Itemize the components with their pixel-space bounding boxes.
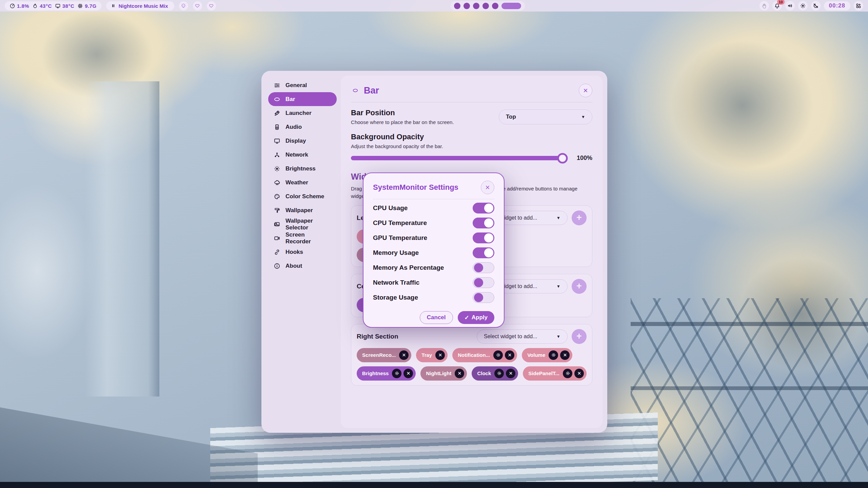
apply-button[interactable]: ✓ Apply — [458, 311, 494, 324]
widget-remove-button[interactable] — [399, 350, 409, 360]
skull-button[interactable] — [179, 1, 188, 11]
opacity-slider[interactable] — [351, 156, 567, 160]
sidebar-item-about[interactable]: About — [268, 259, 337, 273]
sidebar-item-screen-recorder[interactable]: Screen Recorder — [268, 231, 337, 245]
section-header: Right SectionSelect widget to add...▼+ — [357, 329, 587, 344]
heart-button[interactable] — [193, 1, 202, 11]
systemmonitor-settings-modal: SystemMonitor Settings CPU UsageCPU Temp… — [363, 172, 505, 328]
widget-settings-button[interactable] — [494, 369, 504, 378]
pause-icon — [111, 3, 116, 8]
toggle-switch[interactable] — [473, 292, 494, 303]
close-icon — [485, 184, 491, 190]
workspace-dot-1[interactable] — [454, 3, 460, 9]
nightlight-button[interactable] — [811, 1, 821, 11]
bar-position-dropdown[interactable]: Top ▼ — [499, 109, 592, 124]
toggle-switch[interactable] — [473, 262, 494, 273]
workspace-indicator[interactable] — [450, 1, 525, 11]
widget-chip-tray[interactable]: Tray — [416, 348, 448, 362]
opacity-slider-row: 100% — [351, 155, 592, 162]
media-pill[interactable]: Nightcore Music Mix 20... — [106, 1, 174, 11]
recorder-button[interactable] — [760, 1, 769, 11]
settings-sidebar: GeneralBarLauncherAudioDisplayNetworkBri… — [266, 76, 339, 428]
widget-chip-brightness[interactable]: Brightness — [357, 366, 416, 381]
sidebar-item-general[interactable]: General — [268, 78, 337, 92]
widget-chip-clock[interactable]: Clock — [472, 366, 518, 381]
widget-settings-button[interactable] — [563, 369, 572, 378]
sidebar-item-bar[interactable]: Bar — [268, 92, 337, 106]
dashboard-button[interactable] — [854, 1, 863, 11]
grid-plus-icon — [855, 3, 862, 9]
widget-remove-button[interactable] — [574, 369, 584, 378]
close-icon — [457, 371, 462, 376]
close-button[interactable] — [579, 84, 592, 97]
widget-remove-button[interactable] — [435, 350, 445, 360]
add-widget-dropdown[interactable]: Select widget to add...▼ — [477, 329, 568, 344]
toggle-switch[interactable] — [473, 232, 494, 243]
modal-footer: Cancel ✓ Apply — [373, 311, 494, 324]
toggle-switch[interactable] — [473, 247, 494, 258]
brightness-button[interactable] — [798, 1, 808, 11]
widget-settings-button[interactable] — [392, 369, 401, 378]
heart-icon — [195, 3, 200, 8]
toggle-switch[interactable] — [473, 203, 494, 214]
sidebar-item-wallpaper[interactable]: Wallpaper — [268, 203, 337, 217]
bar-position-label: Bar Position — [351, 108, 454, 117]
modal-close-button[interactable] — [481, 181, 494, 194]
widget-remove-button[interactable] — [505, 350, 514, 360]
add-widget-button[interactable]: + — [572, 279, 587, 294]
widget-remove-button[interactable] — [506, 369, 515, 378]
widget-remove-button[interactable] — [403, 369, 413, 378]
widget-remove-button[interactable] — [455, 369, 464, 378]
workspace-dot-5[interactable] — [492, 3, 498, 9]
widget-chip-notification[interactable]: Notification... — [452, 348, 517, 362]
system-stats-pill[interactable]: 1.8%43°C38°C9.7G — [5, 1, 101, 11]
add-widget-placeholder: Select widget to add... — [484, 333, 537, 340]
toggle-label: CPU Usage — [373, 204, 408, 212]
widget-chip-screenreco[interactable]: ScreenReco... — [357, 348, 411, 362]
modal-toggle-list: CPU UsageCPU TemperatureGPU TemperatureM… — [373, 201, 494, 305]
notification-badge: 10 — [777, 0, 785, 5]
widget-chip-label: ScreenReco... — [362, 352, 396, 358]
image-icon — [274, 221, 280, 228]
opacity-slider-handle[interactable] — [557, 153, 568, 163]
toggle-label: Memory As Percentage — [373, 264, 444, 271]
add-widget-button[interactable]: + — [572, 329, 587, 344]
widget-settings-button[interactable] — [549, 350, 558, 360]
workspace-dot-4[interactable] — [482, 3, 489, 9]
clock[interactable]: 00:28 — [824, 1, 850, 11]
wallpaper-bottom-band — [0, 482, 868, 488]
speaker-icon — [787, 3, 793, 9]
add-widget-button[interactable]: + — [572, 210, 587, 225]
sidebar-item-weather[interactable]: Weather — [268, 176, 337, 189]
sidebar-item-wallpaper-selector[interactable]: Wallpaper Selector — [268, 217, 337, 231]
toggle-switch[interactable] — [473, 218, 494, 228]
sidebar-item-label: About — [285, 263, 302, 269]
sidebar-item-display[interactable]: Display — [268, 134, 337, 148]
widget-chip-nightlight[interactable]: NightLight — [420, 366, 467, 381]
workspace-dot-2[interactable] — [463, 3, 470, 9]
sidebar-item-launcher[interactable]: Launcher — [268, 106, 337, 120]
sidebar-item-label: Brightness — [285, 165, 316, 172]
widget-remove-button[interactable] — [560, 350, 570, 360]
widget-settings-button[interactable] — [493, 350, 503, 360]
workspace-dot-3[interactable] — [473, 3, 479, 9]
toggle-switch[interactable] — [473, 277, 494, 288]
sidebar-item-audio[interactable]: Audio — [268, 120, 337, 134]
widget-chip-volume[interactable]: Volume — [522, 348, 572, 362]
section-label: Right Section — [357, 333, 398, 340]
cancel-button[interactable]: Cancel — [420, 311, 453, 324]
sidebar-item-color-scheme[interactable]: Color Scheme — [268, 189, 337, 203]
widget-chip-sidepanelt[interactable]: SidePanelT... — [523, 366, 587, 381]
camera-icon — [274, 235, 280, 242]
stat-item: 43°C — [32, 3, 52, 9]
workspace-active[interactable] — [501, 3, 521, 9]
notifications-button[interactable]: 10 — [772, 1, 782, 11]
stat-item: 9.7G — [77, 3, 97, 9]
sidebar-item-hooks[interactable]: Hooks — [268, 245, 337, 259]
toggle-knob — [474, 278, 483, 287]
sidebar-item-network[interactable]: Network — [268, 148, 337, 162]
info-icon — [274, 263, 280, 269]
heart-button[interactable] — [207, 1, 216, 11]
volume-button[interactable] — [785, 1, 795, 11]
sidebar-item-brightness[interactable]: Brightness — [268, 162, 337, 176]
